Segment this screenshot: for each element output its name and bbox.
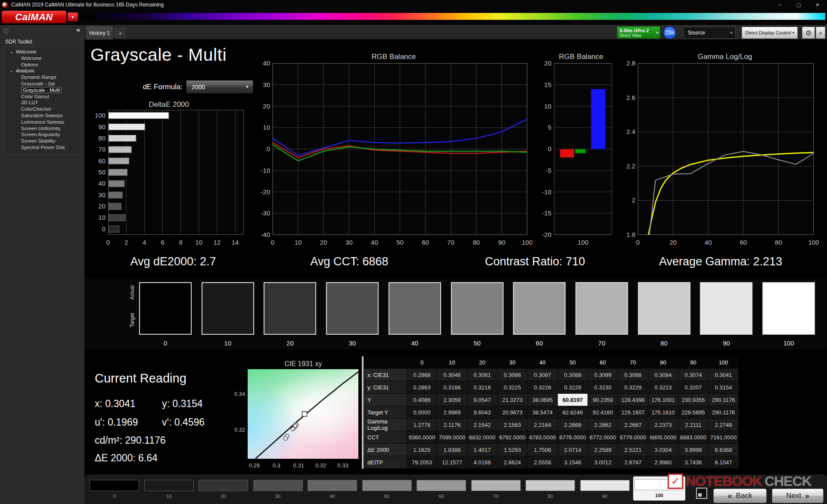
table-value-cell[interactable]: 6772.0000 [588, 431, 618, 444]
back-button[interactable]: « Back [713, 488, 767, 503]
table-value-cell[interactable]: 3.0304 [648, 444, 678, 456]
table-value-cell[interactable]: 0.2868 [407, 369, 437, 381]
table-value-cell[interactable]: 38.0695 [528, 394, 558, 406]
sidebar-item-spectral-power-dist-[interactable]: Spectral Power Dist. [4, 144, 81, 151]
table-value-cell[interactable]: 0.3229 [558, 381, 588, 394]
expand-arrow-icon[interactable]: ▸ [11, 49, 16, 56]
table-value-cell[interactable]: 90.2359 [588, 394, 618, 406]
table-value-cell[interactable]: 12.1577 [437, 456, 467, 469]
minimize-icon[interactable]: ─ [770, 0, 789, 9]
table-value-cell[interactable]: 0.3084 [648, 369, 678, 381]
de-formula-dropdown[interactable]: 2000 ▼ [186, 80, 253, 93]
table-value-cell[interactable]: 0.3207 [678, 381, 709, 394]
table-selected-cell[interactable]: 60.8197 [558, 394, 588, 406]
table-value-cell[interactable]: 6792.0000 [497, 431, 528, 444]
table-value-cell[interactable]: 62.6249 [558, 406, 588, 419]
table-value-cell[interactable]: 3.7436 [678, 456, 709, 469]
sidebar-item-grayscale-multi[interactable]: Grayscale - Multi [4, 87, 81, 93]
table-value-cell[interactable]: 9.6043 [467, 406, 497, 419]
table-value-cell[interactable]: 0.3086 [497, 369, 528, 381]
table-value-cell[interactable]: 7099.0000 [437, 431, 467, 444]
sidebar-item-3d-lut[interactable]: 3D LUT [4, 100, 81, 106]
sidebar-item-welcome[interactable]: ▸Welcome [4, 49, 81, 55]
table-value-cell[interactable]: 1.4017 [467, 444, 497, 456]
table-value-cell[interactable]: 175.1810 [648, 406, 678, 419]
table-value-cell[interactable]: 1.8388 [437, 444, 467, 456]
sidebar-item-screen-angularity[interactable]: Screen Angularity [4, 131, 81, 138]
close-icon[interactable]: ✕ [808, 0, 827, 9]
table-value-cell[interactable]: 92.4160 [588, 406, 618, 419]
table-value-cell[interactable]: 128.4398 [618, 394, 648, 406]
table-value-cell[interactable]: 2.2373 [648, 419, 678, 431]
table-value-cell[interactable]: 290.1176 [709, 406, 739, 419]
table-value-cell[interactable]: 6805.0000 [648, 431, 678, 444]
pattern-patch[interactable] [580, 480, 630, 491]
table-value-cell[interactable]: 0.3074 [678, 369, 709, 381]
table-value-cell[interactable]: 2.2164 [528, 419, 558, 431]
table-value-cell[interactable]: 2.5556 [528, 456, 558, 469]
gear-icon[interactable]: ⚙ [802, 27, 815, 39]
pattern-patch[interactable] [471, 480, 521, 491]
table-value-cell[interactable]: 129.1607 [618, 406, 648, 419]
pattern-patch[interactable] [308, 480, 357, 491]
table-value-cell[interactable]: 2.2589 [588, 444, 618, 456]
collapse-sidebar-icon[interactable]: ◀ [76, 27, 79, 33]
table-value-cell[interactable]: 21.3273 [497, 394, 528, 406]
table-value-cell[interactable]: 0.3087 [528, 369, 558, 381]
table-value-cell[interactable]: 0.3041 [709, 369, 739, 381]
table-value-cell[interactable]: 2.1563 [497, 419, 528, 431]
table-value-cell[interactable]: 1.1625 [407, 444, 437, 456]
table-value-cell[interactable]: 2.6747 [618, 456, 648, 469]
table-value-cell[interactable]: 229.5695 [678, 406, 709, 419]
table-scrollbar[interactable] [362, 356, 364, 469]
table-value-cell[interactable]: 3.9999 [678, 444, 709, 456]
table-value-cell[interactable]: 79.2053 [407, 456, 437, 469]
table-value-cell[interactable]: 6783.0000 [528, 431, 558, 444]
table-value-cell[interactable]: 2.5221 [618, 444, 648, 456]
pattern-patch[interactable] [362, 480, 412, 491]
table-value-cell[interactable]: 0.3088 [558, 369, 588, 381]
table-value-cell[interactable]: 3.1546 [558, 456, 588, 469]
table-value-cell[interactable]: 0.3225 [497, 381, 528, 394]
maximize-icon[interactable]: ▢ [789, 0, 808, 9]
sidebar-knob[interactable] [3, 28, 9, 34]
table-value-cell[interactable]: 0.3081 [467, 369, 497, 381]
sidebar-item-grayscale-2pt[interactable]: Grayscale - 2pt [4, 81, 81, 87]
table-value-cell[interactable]: 6832.0000 [467, 431, 497, 444]
table-value-cell[interactable]: 2.2111 [678, 419, 709, 431]
table-value-cell[interactable]: 0.4086 [407, 394, 437, 406]
table-value-cell[interactable]: 0.3048 [437, 369, 467, 381]
sidebar-item-screen-uniformity[interactable]: Screen Uniformity [4, 125, 81, 132]
table-value-cell[interactable]: 2.2749 [709, 419, 739, 431]
table-value-cell[interactable]: 0.3088 [618, 369, 648, 381]
display-control-dropdown[interactable]: Direct Display Control ▼ [742, 27, 798, 39]
table-value-cell[interactable]: 9360.0000 [407, 431, 437, 444]
pattern-patch[interactable] [417, 480, 466, 491]
table-value-cell[interactable]: 6883.0000 [678, 431, 709, 444]
table-value-cell[interactable]: 1.7506 [528, 444, 558, 456]
table-value-cell[interactable]: 6.1047 [709, 456, 739, 469]
table-value-cell[interactable]: 2.6624 [497, 456, 528, 469]
pattern-patch[interactable] [144, 480, 194, 491]
table-value-cell[interactable]: 4.0168 [467, 456, 497, 469]
sidebar-item-dynamic-range[interactable]: Dynamic Range [4, 74, 81, 81]
table-value-cell[interactable]: 7161.0000 [709, 431, 739, 444]
table-value-cell[interactable]: 38.5474 [528, 406, 558, 419]
sidebar-item-saturation-sweeps[interactable]: Saturation Sweeps [4, 112, 81, 119]
sidebar-item-options[interactable]: Options [4, 62, 81, 68]
calman-logo[interactable]: CalMAN [2, 11, 66, 23]
sidebar-item-screen-stability[interactable]: Screen Stability [4, 138, 81, 144]
table-value-cell[interactable]: 2.9969 [437, 406, 467, 419]
table-value-cell[interactable]: 1.5293 [497, 444, 528, 456]
tab-history-1[interactable]: History 1 [86, 26, 113, 40]
sidebar-item-welcome[interactable]: Welcome [4, 55, 81, 62]
table-value-cell[interactable]: 0.3229 [618, 381, 648, 394]
luminance-badge[interactable]: 238 [663, 26, 676, 39]
table-value-cell[interactable]: 2.2667 [618, 419, 648, 431]
table-value-cell[interactable]: 0.0000 [407, 406, 437, 419]
source-dropdown[interactable]: Source ▼ [683, 27, 736, 39]
pattern-patch[interactable] [253, 480, 303, 491]
table-value-cell[interactable]: 2.2862 [588, 419, 618, 431]
table-value-cell[interactable]: 2.1542 [467, 419, 497, 431]
sidebar-item-analysis[interactable]: ▸Analysis [4, 68, 81, 74]
